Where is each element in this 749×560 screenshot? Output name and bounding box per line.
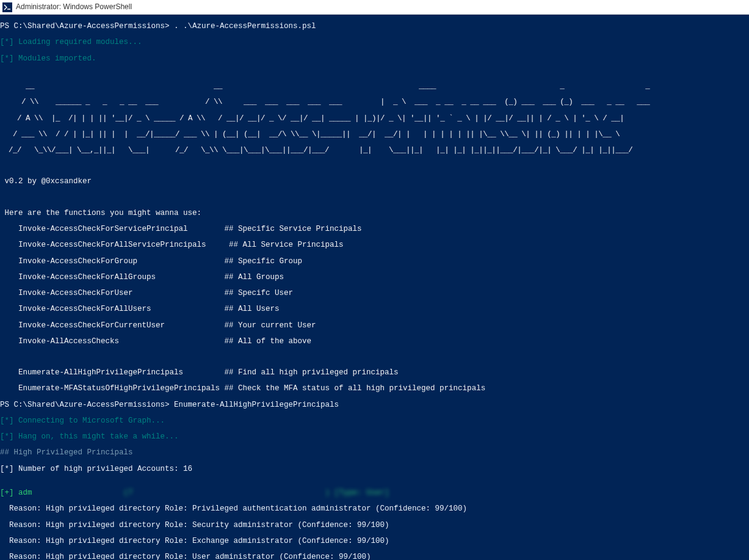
window-title-bar[interactable]: Administrator: Windows PowerShell <box>0 0 749 15</box>
fn-10: Enumerate-MFAStatusOfHighPrivilegePrinci… <box>0 385 749 393</box>
powershell-icon <box>2 2 12 12</box>
loading-modules: [*] Loading required modules... <box>0 38 749 46</box>
hp-count: [*] Number of high privileged Accounts: … <box>0 465 749 473</box>
hang-on: [*] Hang on, this might take a while... <box>0 433 749 441</box>
hp-title: ## High Privileged Principals <box>0 449 749 457</box>
p1-reason-4: Reason: High privileged directory Role: … <box>0 553 749 560</box>
command-2: Enumerate-AllHighPrivilegePrincipals <box>174 401 339 409</box>
p1-head-a: [+] adm <box>0 489 32 497</box>
modules-imported: [*] Modules imported. <box>0 55 749 63</box>
fn-1: Invoke-AccessCheckForServicePrincipal ##… <box>0 225 749 233</box>
command-1: . .\Azure-AccessPermissions.psl <box>174 22 316 31</box>
fn-8: Invoke-AllAccessChecks ## All of the abo… <box>0 338 749 346</box>
ps-prompt: PS C:\Shared\Azure-AccessPermissions> <box>0 22 170 31</box>
ascii-banner-1: __ __ ____ _ _ <box>0 82 749 90</box>
fn-7: Invoke-AccessCheckForCurrentUser ## Your… <box>0 322 749 330</box>
ascii-banner-5: /_/ \_\\/___| \__,_||_| \___| /_/ \_\\ \… <box>0 147 749 155</box>
p1-reason-3: Reason: High privileged directory Role: … <box>0 537 749 545</box>
fn-9: Enumerate-AllHighPrivilegePrincipals ## … <box>0 369 749 377</box>
ascii-banner-3: / A \\ |_ /| | | || '__|/ _ \ _____ / A … <box>0 115 749 123</box>
p1-reason-2: Reason: High privileged directory Role: … <box>0 522 749 529</box>
window-title-text: Administrator: Windows PowerShell <box>16 3 132 11</box>
version-line: v0.2 by @0xcsandker <box>0 178 749 186</box>
ascii-banner-4: / ___ \\ / / | |_| || | | __/|_____/ ___… <box>0 131 749 139</box>
connecting-graph: [*] Connecting to Microsoft Graph... <box>0 417 749 425</box>
ascii-banner-2: / \\ ______ _ _ _ __ ___ / \\ ___ ___ __… <box>0 98 749 106</box>
functions-intro: Here are the functions you might wanna u… <box>0 209 749 217</box>
redacted: (7 ) [Type: User] <box>32 489 389 497</box>
terminal-content[interactable]: PS C:\Shared\Azure-AccessPermissions> . … <box>0 15 749 560</box>
ps-prompt: PS C:\Shared\Azure-AccessPermissions> <box>0 401 170 409</box>
fn-5: Invoke-AccessCheckForUser ## Specifc Use… <box>0 289 749 297</box>
fn-3: Invoke-AccessCheckForGroup ## Specific G… <box>0 258 749 266</box>
fn-4: Invoke-AccessCheckForAllGroups ## All Gr… <box>0 274 749 282</box>
fn-6: Invoke-AccessCheckForAllUsers ## All Use… <box>0 305 749 313</box>
p1-reason-1: Reason: High privileged directory Role: … <box>0 505 749 513</box>
fn-2: Invoke-AccessCheckForAllServicePrincipal… <box>0 241 749 249</box>
